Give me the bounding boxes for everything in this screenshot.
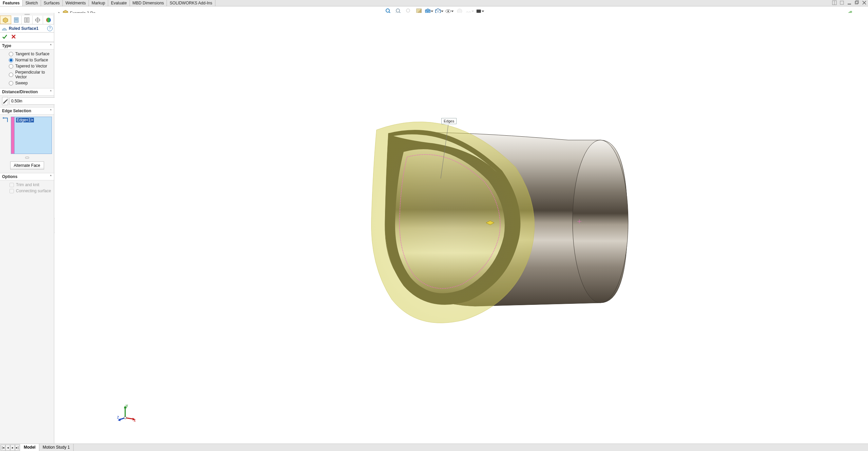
alternate-face-button[interactable]: Alternate Face <box>10 161 44 170</box>
tab-nav-buttons: |◂ ◂ ▸ ▸| <box>0 444 20 451</box>
tab-nav-first-icon[interactable]: |◂ <box>1 445 5 451</box>
svg-marker-45 <box>3 18 8 23</box>
tab-nav-next-icon[interactable]: ▸ <box>10 445 15 451</box>
bottom-tab-model[interactable]: Model <box>20 444 39 451</box>
selected-edge-item[interactable]: Edge<1> <box>16 118 34 122</box>
svg-point-23 <box>447 11 449 12</box>
property-manager-header: Ruled Surface1 ? <box>0 24 54 33</box>
edge-selection-listbox[interactable]: Edge<1> <box>11 117 52 154</box>
configuration-manager-tab-icon[interactable] <box>22 16 33 24</box>
bottom-tab-motion-study[interactable]: Motion Study 1 <box>39 444 74 451</box>
tab-weldments[interactable]: Weldments <box>63 0 89 6</box>
triad-x-label: x <box>134 418 136 423</box>
accept-icon[interactable] <box>2 34 7 40</box>
svg-marker-18 <box>431 11 433 12</box>
model-scene <box>258 76 665 381</box>
options-group: Trim and knit Connecting surface <box>0 180 54 197</box>
radio-label: Sweep <box>15 81 28 85</box>
collapse-icon: ˄ <box>50 44 52 48</box>
view-triad[interactable]: y x z <box>117 404 136 423</box>
svg-point-8 <box>386 9 389 12</box>
edit-distance-icon[interactable] <box>2 97 8 105</box>
accept-cancel-row <box>0 33 54 42</box>
radio-sweep[interactable]: Sweep <box>9 80 53 86</box>
radio-label: Normal to Surface <box>15 58 48 62</box>
radio-perpendicular-to-vector[interactable]: Perpendicular to Vector <box>9 69 53 80</box>
tab-nav-last-icon[interactable]: ▸| <box>15 445 20 451</box>
svg-rect-50 <box>27 18 29 22</box>
edges-callout[interactable]: Edges <box>441 118 457 124</box>
section-distance-header[interactable]: Distance/Direction ˄ <box>0 88 54 96</box>
property-manager-tab-icon[interactable] <box>11 16 22 24</box>
window-controls <box>832 0 868 6</box>
check-connecting-surface[interactable]: Connecting surface <box>9 188 53 194</box>
window-close-icon[interactable] <box>862 0 867 6</box>
section-distance-title: Distance/Direction <box>2 90 38 94</box>
svg-marker-24 <box>451 11 454 12</box>
triad-z-label: z <box>117 415 119 419</box>
feature-title: Ruled Surface1 <box>9 26 47 31</box>
cancel-icon[interactable] <box>11 34 16 40</box>
section-options-title: Options <box>2 174 17 179</box>
help-icon[interactable]: ? <box>47 26 53 31</box>
window-minimize-icon[interactable] <box>847 0 852 6</box>
edge-selection-icon[interactable] <box>2 117 9 123</box>
section-edge-selection-header[interactable]: Edge Selection ˄ <box>0 107 54 115</box>
tab-features[interactable]: Features <box>0 0 23 6</box>
graphics-viewport[interactable]: Edges y x z <box>55 13 868 444</box>
svg-point-68 <box>124 417 127 419</box>
collapse-icon: ˄ <box>50 109 52 113</box>
tab-markup[interactable]: Markup <box>89 0 108 6</box>
radio-tangent-to-surface[interactable]: Tangent to Surface <box>9 51 53 57</box>
dimxpert-manager-tab-icon[interactable] <box>33 16 43 24</box>
svg-rect-27 <box>476 9 481 13</box>
svg-point-54 <box>46 18 51 22</box>
type-radio-group: Tangent to Surface Normal to Surface Tap… <box>0 50 54 88</box>
svg-rect-4 <box>855 1 858 4</box>
window-new-viewport-icon[interactable] <box>840 0 844 6</box>
manager-tabs <box>0 16 54 24</box>
tab-surfaces[interactable]: Surfaces <box>41 0 63 6</box>
tab-mbd-dimensions[interactable]: MBD Dimensions <box>130 0 167 6</box>
radio-label: Tangent to Surface <box>15 52 50 56</box>
tab-sketch[interactable]: Sketch <box>23 0 41 6</box>
svg-rect-2 <box>840 1 844 4</box>
edge-selection-row: Edge<1> <box>0 115 54 156</box>
selection-color-bar <box>11 117 14 154</box>
check-label: Trim and knit <box>16 182 39 187</box>
radio-label: Tapered to Vector <box>15 64 47 68</box>
section-type-title: Type <box>2 43 11 48</box>
radio-tapered-to-vector[interactable]: Tapered to Vector <box>9 63 53 69</box>
section-type-header[interactable]: Type ˄ <box>0 42 54 50</box>
display-manager-tab-icon[interactable] <box>43 16 54 24</box>
triad-y-label: y <box>126 404 128 408</box>
list-resize-handle[interactable] <box>0 156 54 159</box>
svg-point-13 <box>406 9 410 12</box>
section-options-header[interactable]: Options ˄ <box>0 173 54 180</box>
radio-normal-to-surface[interactable]: Normal to Surface <box>9 57 53 63</box>
svg-rect-5 <box>856 1 859 3</box>
tab-solidworks-addins[interactable]: SOLIDWORKS Add-Ins <box>167 0 215 6</box>
collapse-icon: ˄ <box>50 175 52 179</box>
radio-label: Perpendicular to Vector <box>15 70 53 79</box>
command-manager-tabs: Features Sketch Surfaces Weldments Marku… <box>0 0 868 6</box>
svg-rect-49 <box>24 18 26 22</box>
distance-direction-row: ▲ ▼ <box>0 96 54 107</box>
feature-manager-tab-icon[interactable] <box>0 16 11 24</box>
svg-point-10 <box>396 9 400 12</box>
section-edge-selection-title: Edge Selection <box>2 109 31 113</box>
ruled-surface-icon <box>1 25 7 32</box>
tab-evaluate[interactable]: Evaluate <box>108 0 130 6</box>
svg-marker-21 <box>441 11 443 12</box>
window-maximize-icon[interactable] <box>854 0 859 6</box>
svg-point-58 <box>3 117 4 119</box>
check-trim-and-knit[interactable]: Trim and knit <box>9 182 53 188</box>
check-label: Connecting surface <box>16 189 51 193</box>
panel-drag-handle[interactable] <box>0 13 54 16</box>
svg-marker-29 <box>482 11 484 12</box>
svg-marker-26 <box>471 11 474 12</box>
tab-nav-prev-icon[interactable]: ◂ <box>5 445 10 451</box>
property-manager: Ruled Surface1 ? Type ˄ Tangent to Surfa… <box>0 13 54 444</box>
window-viewport-split-icon[interactable] <box>832 0 837 6</box>
collapse-icon: ˄ <box>50 90 52 94</box>
